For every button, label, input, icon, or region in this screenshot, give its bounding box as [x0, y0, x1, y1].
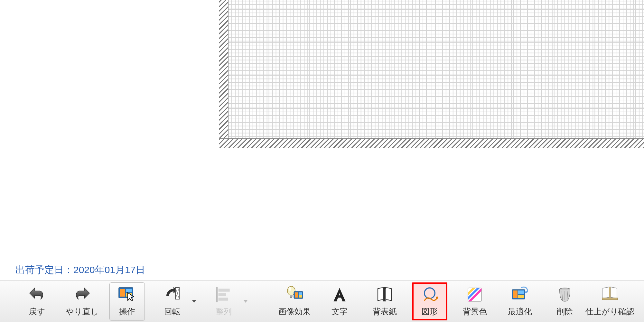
redo-label: やり直し	[66, 306, 99, 317]
svg-rect-16	[295, 292, 298, 298]
preview-button[interactable]: 仕上がり確認	[592, 282, 628, 320]
operate-button[interactable]: 操作	[109, 282, 145, 320]
image-effect-label: 画像効果	[278, 306, 311, 317]
align-button: 整列	[206, 282, 241, 320]
svg-rect-28	[518, 295, 524, 298]
svg-rect-2	[126, 289, 132, 292]
delete-button[interactable]: 削除	[547, 282, 583, 320]
svg-rect-13	[290, 295, 293, 297]
text-button[interactable]: 文字	[322, 282, 357, 320]
shipping-date-label: 出荷予定日：2020年01月17日	[15, 263, 145, 277]
bgcolor-label: 背景色	[463, 306, 487, 317]
canvas-area[interactable]	[0, 0, 644, 260]
bgcolor-button[interactable]: 背景色	[457, 282, 492, 320]
preview-icon	[601, 286, 619, 304]
chevron-down-icon	[243, 300, 248, 303]
rotate-group: 回転	[154, 282, 196, 320]
bgcolor-icon	[466, 286, 484, 304]
redo-button[interactable]: やり直し	[64, 282, 100, 320]
text-icon	[331, 286, 349, 304]
svg-rect-27	[518, 290, 524, 294]
rotate-label: 回転	[164, 306, 180, 317]
shape-label: 図形	[422, 306, 438, 317]
svg-rect-18	[299, 295, 302, 298]
undo-label: 戻す	[29, 306, 45, 317]
svg-rect-17	[299, 292, 302, 295]
preview-label: 仕上がり確認	[585, 306, 634, 317]
align-icon	[215, 286, 233, 304]
svg-point-12	[289, 287, 291, 291]
optimize-button[interactable]: 最適化	[502, 282, 537, 320]
cover-icon	[376, 286, 394, 304]
image-effect-icon	[285, 286, 303, 304]
bottom-toolbar: 戻す やり直し 操作	[0, 280, 644, 322]
svg-rect-19	[383, 288, 386, 301]
svg-rect-7	[216, 287, 218, 302]
svg-rect-33	[609, 287, 611, 299]
svg-point-23	[436, 297, 438, 299]
redo-icon	[73, 286, 91, 304]
shape-button[interactable]: 図形	[412, 282, 447, 320]
svg-rect-26	[513, 290, 518, 298]
svg-point-22	[425, 288, 435, 299]
status-bar: 出荷予定日：2020年01月17日	[0, 260, 644, 280]
rotate-button[interactable]: 回転	[154, 282, 190, 320]
svg-rect-10	[219, 298, 228, 300]
operate-icon	[118, 286, 136, 304]
image-effect-button[interactable]: 画像効果	[277, 282, 312, 320]
svg-rect-9	[219, 293, 226, 296]
trash-icon	[556, 286, 574, 304]
text-label: 文字	[331, 306, 348, 317]
chevron-down-icon[interactable]	[192, 300, 196, 303]
shape-icon	[421, 286, 439, 304]
align-group: 整列	[206, 282, 248, 320]
optimize-label: 最適化	[508, 306, 532, 317]
svg-rect-14	[290, 297, 292, 298]
optimize-icon	[511, 286, 529, 304]
align-label: 整列	[216, 306, 232, 317]
undo-button[interactable]: 戻す	[19, 282, 55, 320]
undo-icon	[28, 286, 46, 304]
rotate-icon	[163, 286, 181, 304]
svg-rect-1	[120, 289, 125, 297]
delete-label: 削除	[557, 306, 573, 317]
canvas-page-grid[interactable]	[228, 0, 644, 138]
cover-button[interactable]: 背表紙	[367, 282, 402, 320]
svg-rect-34	[602, 298, 618, 300]
operate-label: 操作	[119, 306, 135, 317]
svg-rect-8	[219, 289, 230, 291]
cover-label: 背表紙	[373, 306, 397, 317]
